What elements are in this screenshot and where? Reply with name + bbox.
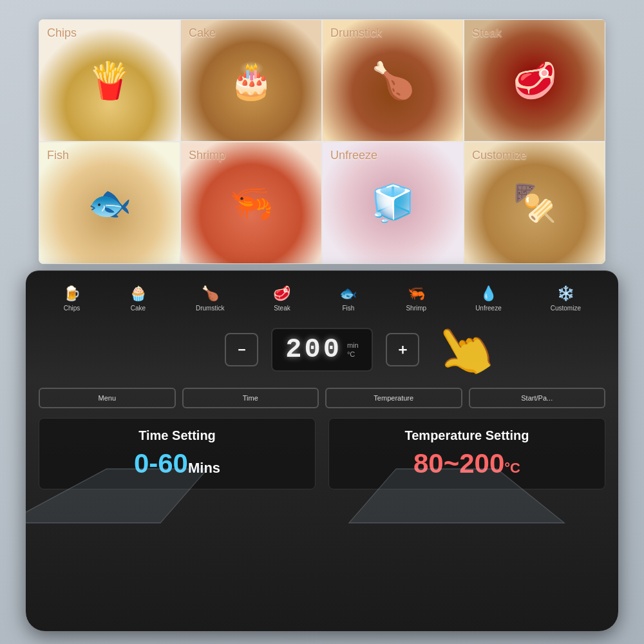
food-item-shrimp[interactable]: Shrimp 🦐 — [180, 142, 322, 264]
drumstick-icon: 🍗 — [202, 285, 219, 302]
time-range-end: 60 — [158, 448, 188, 478]
drumstick-mode-label: Drumstick — [196, 305, 224, 312]
time-setting-panel: Time Setting 0-60Mins — [39, 418, 316, 489]
time-button[interactable]: Time — [182, 388, 319, 408]
mode-drumstick[interactable]: 🍗 Drumstick — [196, 285, 224, 312]
temp-unit: °C — [504, 460, 520, 476]
display-value: 200 — [285, 334, 342, 365]
cake-mode-label: Cake — [131, 305, 146, 312]
food-label-chips: Chips — [47, 26, 77, 40]
shrimp-mode-label: Shrimp — [406, 305, 426, 312]
mode-unfreeze[interactable]: 💧 Unfreeze — [475, 285, 502, 312]
temp-range-end: 200 — [459, 448, 504, 478]
food-label-fish: Fish — [47, 149, 69, 162]
food-label-cake: Cake — [189, 26, 216, 40]
steak-icon: 🥩 — [273, 285, 290, 302]
shrimp-icon: 🦐 — [408, 285, 425, 302]
customize-mode-label: Customize — [551, 305, 581, 312]
unit-celsius: °C — [347, 350, 359, 358]
unfreeze-mode-label: Unfreeze — [475, 305, 502, 312]
time-setting-title: Time Setting — [52, 428, 302, 443]
fish-icon: 🐟 — [339, 285, 357, 302]
fish-mode-label: Fish — [343, 305, 355, 312]
time-setting-value: 0-60Mins — [52, 448, 302, 479]
mode-customize[interactable]: ❄️ Customize — [551, 285, 581, 312]
display-units: min °C — [347, 341, 359, 358]
plus-button[interactable]: ＋ — [386, 333, 419, 366]
food-item-chips[interactable]: Chips 🍟 — [39, 19, 180, 142]
food-item-unfreeze[interactable]: Unfreeze 🧊 — [322, 142, 464, 264]
fryer-body: 🍺 Chips 🧁 Cake 🍗 Drumstick 🥩 Steak 🐟 Fis… — [26, 270, 618, 631]
mode-icons-row: 🍺 Chips 🧁 Cake 🍗 Drumstick 🥩 Steak 🐟 Fis… — [26, 274, 618, 318]
info-panels-container: Time Setting 0-60Mins Temperature Settin… — [26, 415, 618, 499]
time-separator: - — [149, 448, 158, 478]
led-display: 200 min °C — [271, 328, 372, 372]
mode-fish[interactable]: 🐟 Fish — [339, 285, 357, 312]
food-label-shrimp: Shrimp — [189, 149, 225, 162]
food-label-unfreeze: Unfreeze — [330, 149, 377, 162]
plus-btn-area: ＋ 👆 — [386, 333, 419, 366]
unfreeze-icon: 💧 — [480, 285, 497, 302]
temperature-setting-title: Temperature Setting — [342, 428, 592, 443]
food-item-steak[interactable]: Steak 🥩 — [464, 19, 605, 142]
finger-touch-icon: 👆 — [421, 308, 507, 392]
mode-chips[interactable]: 🍺 Chips — [63, 285, 80, 312]
time-range-start: 0 — [134, 448, 149, 478]
food-item-cake[interactable]: Cake 🎂 — [180, 19, 322, 142]
food-label-drumstick: Drumstick — [330, 26, 382, 40]
temp-separator: ~ — [444, 448, 460, 478]
chips-icon: 🍺 — [63, 285, 80, 302]
food-item-drumstick[interactable]: Drumstick 🍗 — [322, 19, 464, 142]
minus-button[interactable]: － — [225, 333, 258, 366]
food-label-customize: Customize — [472, 149, 527, 162]
chips-mode-label: Chips — [64, 305, 80, 312]
temperature-button[interactable]: Temperature — [325, 388, 462, 408]
display-area: － 200 min °C ＋ 👆 — [52, 318, 592, 381]
mode-steak[interactable]: 🥩 Steak — [273, 285, 290, 312]
unit-min: min — [347, 341, 359, 349]
menu-button[interactable]: Menu — [39, 388, 176, 408]
temperature-setting-value: 80~200°C — [342, 448, 592, 479]
temp-range-start: 80 — [413, 448, 444, 478]
customize-icon: ❄️ — [557, 285, 574, 302]
start-pause-button[interactable]: Start/Pa... — [469, 388, 606, 408]
func-buttons-row: Menu Time Temperature Start/Pa... — [26, 381, 618, 415]
food-label-steak: Steak — [472, 26, 502, 40]
food-item-fish[interactable]: Fish 🐟 — [39, 142, 180, 264]
time-unit: Mins — [188, 460, 220, 476]
temperature-setting-panel: Temperature Setting 80~200°C — [328, 418, 605, 489]
food-grid-panel: Chips 🍟 Cake 🎂 Drumstick 🍗 Steak 🥩 Fish … — [39, 19, 605, 264]
food-item-customize[interactable]: Customize 🍢 — [464, 142, 605, 264]
mode-shrimp[interactable]: 🦐 Shrimp — [406, 285, 426, 312]
steak-mode-label: Steak — [274, 305, 290, 312]
mode-cake[interactable]: 🧁 Cake — [129, 285, 147, 312]
cake-icon: 🧁 — [129, 285, 147, 302]
